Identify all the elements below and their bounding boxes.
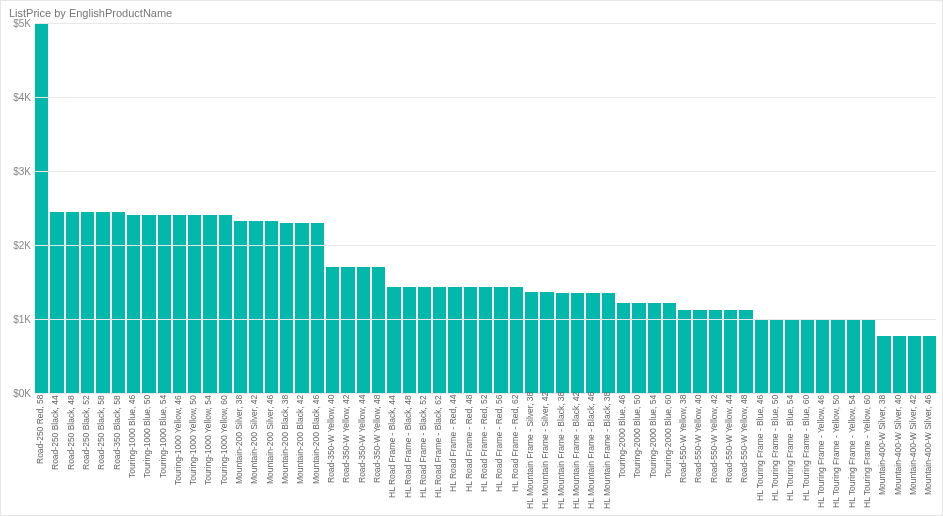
bar[interactable] <box>403 287 416 393</box>
x-label: HL Touring Frame - Yellow, 54 <box>847 395 860 509</box>
bar[interactable] <box>724 310 737 393</box>
bar[interactable] <box>602 293 615 393</box>
bar[interactable] <box>387 287 400 393</box>
bar[interactable] <box>831 319 844 393</box>
bar[interactable] <box>739 310 752 393</box>
grid-line <box>35 171 936 172</box>
bar[interactable] <box>142 215 155 393</box>
bar[interactable] <box>556 293 569 393</box>
x-label: Touring-2000 Blue, 54 <box>648 395 661 509</box>
bar[interactable] <box>494 287 507 393</box>
bar[interactable] <box>525 292 538 393</box>
bar[interactable] <box>372 267 385 393</box>
bar[interactable] <box>249 221 262 393</box>
x-label: Touring-1000 Yellow, 60 <box>219 395 232 509</box>
bar[interactable] <box>586 293 599 393</box>
x-label: Touring-2000 Blue, 46 <box>617 395 630 509</box>
x-label: HL Road Frame - Red, 48 <box>464 395 477 509</box>
bar[interactable] <box>923 336 936 393</box>
bar[interactable] <box>311 223 324 393</box>
bar[interactable] <box>341 267 354 393</box>
bar[interactable] <box>326 267 339 393</box>
x-label: HL Touring Frame - Blue, 46 <box>755 395 768 509</box>
x-label: Mountain-400-W Silver, 42 <box>908 395 921 509</box>
x-label: HL Mountain Frame - Black, 42 <box>571 395 584 509</box>
grid-line <box>35 23 936 24</box>
x-label: Road-250 Black, 52 <box>81 395 94 509</box>
y-tick: $0K <box>5 388 31 399</box>
x-label: HL Road Frame - Red, 44 <box>448 395 461 509</box>
bar[interactable] <box>295 223 308 393</box>
x-label: HL Mountain Frame - Black, 38 <box>556 395 569 509</box>
x-label: Mountain-200 Black, 42 <box>295 395 308 509</box>
bar[interactable] <box>81 212 94 393</box>
bar[interactable] <box>448 287 461 393</box>
bar[interactable] <box>173 215 186 393</box>
x-label: Road-550-W Yellow, 40 <box>693 395 706 509</box>
x-label: Road-550-W Yellow, 44 <box>724 395 737 509</box>
x-label: HL Road Frame - Red, 52 <box>479 395 492 509</box>
x-label: Road-250 Black, 44 <box>50 395 63 509</box>
bar[interactable] <box>203 215 216 393</box>
bar[interactable] <box>755 319 768 393</box>
bar[interactable] <box>357 267 370 393</box>
bar[interactable] <box>280 223 293 393</box>
bar[interactable] <box>785 319 798 393</box>
chart-title: ListPrice by EnglishProductName <box>9 7 172 19</box>
x-label: Road-250 Red, 58 <box>35 395 48 509</box>
bar[interactable] <box>908 336 921 393</box>
y-tick: $1K <box>5 314 31 325</box>
bar[interactable] <box>464 287 477 393</box>
plot-area: $0K$1K$2K$3K$4K$5K <box>35 23 936 393</box>
x-label: Road-350-W Yellow, 40 <box>326 395 339 509</box>
bar[interactable] <box>663 303 676 393</box>
bar[interactable] <box>219 215 232 393</box>
bar[interactable] <box>265 221 278 393</box>
x-label: HL Touring Frame - Yellow, 50 <box>831 395 844 509</box>
bar[interactable] <box>693 310 706 393</box>
x-label: HL Mountain Frame - Black, 46 <box>586 395 599 509</box>
bar[interactable] <box>479 287 492 393</box>
bar[interactable] <box>816 319 829 393</box>
bar[interactable] <box>188 215 201 393</box>
x-label: Road-350 Black, 58 <box>112 395 125 509</box>
bar[interactable] <box>35 23 48 393</box>
x-label: HL Touring Frame - Yellow, 60 <box>862 395 875 509</box>
bar[interactable] <box>877 336 890 393</box>
bar[interactable] <box>847 319 860 393</box>
bar[interactable] <box>801 319 814 393</box>
bar[interactable] <box>648 303 661 393</box>
x-label: HL Road Frame - Black, 44 <box>387 395 400 509</box>
bars-container <box>35 23 936 393</box>
bar[interactable] <box>862 319 875 393</box>
x-label: Touring-1000 Blue, 46 <box>127 395 140 509</box>
x-label: Road-550-W Yellow, 48 <box>739 395 752 509</box>
bar[interactable] <box>893 336 906 393</box>
x-label: Mountain-200 Black, 46 <box>311 395 324 509</box>
bar[interactable] <box>112 212 125 393</box>
bar[interactable] <box>158 215 171 393</box>
x-label: HL Mountain Frame - Silver, 42 <box>540 395 553 509</box>
grid-line <box>35 393 936 394</box>
bar[interactable] <box>678 310 691 393</box>
bar[interactable] <box>66 212 79 393</box>
grid-line <box>35 245 936 246</box>
grid-line <box>35 319 936 320</box>
bar[interactable] <box>709 310 722 393</box>
x-label: Road-350-W Yellow, 44 <box>357 395 370 509</box>
bar[interactable] <box>96 212 109 393</box>
x-label: Touring-1000 Blue, 54 <box>158 395 171 509</box>
bar[interactable] <box>540 292 553 393</box>
x-label: HL Road Frame - Red, 56 <box>494 395 507 509</box>
bar[interactable] <box>433 287 446 393</box>
bar[interactable] <box>50 212 63 393</box>
bar[interactable] <box>617 303 630 393</box>
bar[interactable] <box>127 215 140 393</box>
bar[interactable] <box>510 287 523 393</box>
y-tick: $3K <box>5 166 31 177</box>
bar[interactable] <box>234 221 247 393</box>
bar[interactable] <box>418 287 431 393</box>
bar[interactable] <box>632 303 645 393</box>
bar[interactable] <box>571 293 584 393</box>
bar[interactable] <box>770 319 783 393</box>
